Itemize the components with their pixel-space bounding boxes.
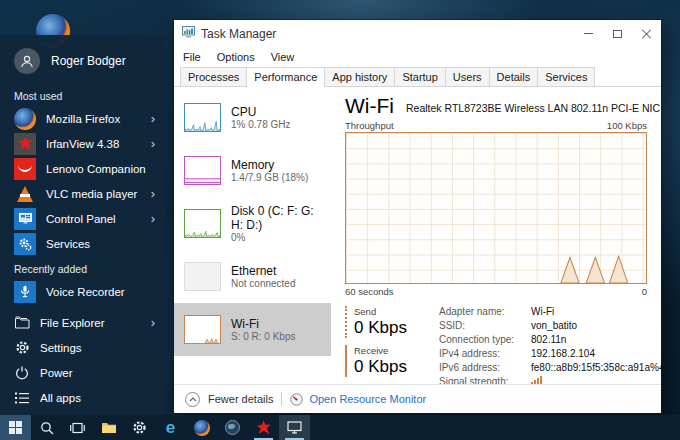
start-item-irfanview[interactable]: IrfanView 4.38 › bbox=[0, 131, 165, 156]
title-bar[interactable]: Task Manager bbox=[174, 20, 661, 47]
tab-performance[interactable]: Performance bbox=[246, 67, 325, 87]
tab-services[interactable]: Services bbox=[537, 67, 595, 86]
receive-stat: Receive 0 Kbps bbox=[345, 345, 423, 377]
irfanview-icon bbox=[257, 421, 271, 435]
throughput-chart[interactable] bbox=[345, 132, 647, 284]
property-label: Adapter name: bbox=[439, 306, 523, 317]
user-name: Roger Bodger bbox=[51, 54, 126, 68]
menu-view[interactable]: View bbox=[271, 51, 295, 63]
folder-icon bbox=[101, 421, 117, 434]
resource-item-wifi[interactable]: Wi-Fi S: 0 R: 0 Kbps bbox=[174, 303, 331, 356]
chevron-right-icon[interactable]: › bbox=[151, 212, 155, 225]
start-menu-bottom: File Explorer › Settings Power All apps bbox=[0, 310, 165, 415]
taskbar-task-manager-button[interactable] bbox=[279, 415, 310, 440]
fewer-details-button[interactable]: Fewer details bbox=[208, 393, 273, 405]
start-item-power[interactable]: Power bbox=[0, 360, 165, 385]
chevron-right-icon[interactable]: › bbox=[151, 112, 155, 125]
property-label: IPv6 address: bbox=[439, 362, 523, 373]
power-icon bbox=[14, 365, 30, 381]
taskbar-irfanview-button[interactable] bbox=[248, 415, 279, 440]
throughput-label: Throughput bbox=[345, 120, 394, 131]
resource-detail: 1% 0.78 GHz bbox=[231, 119, 290, 131]
start-button[interactable] bbox=[0, 415, 31, 440]
close-button[interactable] bbox=[632, 20, 661, 47]
chevron-right-icon[interactable]: › bbox=[151, 187, 155, 200]
taskbar-edge-button[interactable]: e bbox=[155, 415, 186, 440]
resource-item-memory[interactable]: Memory 1.4/7.9 GB (18%) bbox=[174, 144, 331, 197]
start-item-services[interactable]: Services bbox=[0, 231, 165, 256]
menu-file[interactable]: File bbox=[183, 51, 201, 63]
start-item-control-panel[interactable]: Control Panel › bbox=[0, 206, 165, 231]
minimize-button[interactable] bbox=[574, 20, 603, 47]
resource-item-cpu[interactable]: CPU 1% 0.78 GHz bbox=[174, 91, 331, 144]
taskbar-search-button[interactable] bbox=[31, 415, 62, 440]
resource-detail: 0% bbox=[231, 232, 327, 244]
gear-icon bbox=[132, 420, 147, 435]
close-icon bbox=[642, 29, 652, 39]
user-avatar-icon bbox=[14, 48, 40, 74]
detail-title: Wi-Fi bbox=[345, 94, 394, 117]
start-item-settings[interactable]: Settings bbox=[0, 335, 165, 360]
property-value: Wi-Fi bbox=[531, 306, 664, 317]
chevron-right-icon[interactable]: › bbox=[151, 316, 155, 329]
irfanview-icon bbox=[14, 133, 36, 155]
lenovo-companion-icon bbox=[14, 158, 36, 180]
start-item-vlc[interactable]: VLC media player › bbox=[0, 181, 165, 206]
x-right-label: 0 bbox=[642, 286, 647, 297]
tab-details[interactable]: Details bbox=[489, 67, 539, 86]
resource-item-disk[interactable]: Disk 0 (C: F: G: H: D:) 0% bbox=[174, 197, 331, 250]
tab-processes[interactable]: Processes bbox=[180, 67, 247, 86]
receive-label: Receive bbox=[354, 345, 423, 356]
property-label: Connection type: bbox=[439, 334, 523, 345]
property-label: IPv4 address: bbox=[439, 348, 523, 359]
taskbar-file-explorer-button[interactable] bbox=[93, 415, 124, 440]
control-panel-icon bbox=[14, 208, 36, 230]
task-view-button[interactable] bbox=[62, 415, 93, 440]
tab-startup[interactable]: Startup bbox=[394, 67, 445, 86]
task-view-icon bbox=[70, 422, 85, 434]
start-item-lenovo-companion[interactable]: Lenovo Companion bbox=[0, 156, 165, 181]
chevron-right-icon[interactable]: › bbox=[151, 137, 155, 150]
chevron-up-icon bbox=[185, 392, 200, 407]
start-menu: Roger Bodger Most used Mozilla Firefox ›… bbox=[0, 35, 165, 415]
wifi-detail-pane: Wi-Fi Realtek RTL8723BE Wireless LAN 802… bbox=[331, 87, 661, 384]
memory-mini-graph bbox=[184, 156, 221, 185]
taskbar-globe-button[interactable] bbox=[217, 415, 248, 440]
user-account-button[interactable]: Roger Bodger bbox=[0, 35, 165, 83]
task-manager-app-icon bbox=[182, 26, 195, 41]
send-value: 0 Kbps bbox=[354, 318, 423, 338]
services-icon bbox=[14, 233, 36, 255]
cpu-mini-graph bbox=[184, 103, 221, 132]
taskbar: e bbox=[0, 415, 680, 440]
resource-name: Ethernet bbox=[231, 264, 296, 278]
resource-detail: S: 0 R: 0 Kbps bbox=[231, 331, 295, 343]
resource-detail: Not connected bbox=[231, 278, 296, 290]
search-icon bbox=[40, 421, 54, 435]
maximize-icon bbox=[613, 30, 622, 38]
firefox-icon bbox=[194, 420, 210, 436]
start-item-all-apps[interactable]: All apps bbox=[0, 385, 165, 410]
resource-item-ethernet[interactable]: Ethernet Not connected bbox=[174, 250, 331, 303]
property-label: SSID: bbox=[439, 320, 523, 331]
taskbar-settings-button[interactable] bbox=[124, 415, 155, 440]
wifi-mini-graph bbox=[184, 315, 221, 344]
task-manager-window: Task Manager File Options View Processes… bbox=[174, 20, 661, 413]
resource-name: Wi-Fi bbox=[231, 317, 295, 331]
receive-value: 0 Kbps bbox=[354, 357, 423, 377]
start-item-file-explorer[interactable]: File Explorer › bbox=[0, 310, 165, 335]
taskbar-firefox-button[interactable] bbox=[186, 415, 217, 440]
desktop: Task Manager File Options View Processes… bbox=[0, 0, 680, 440]
tab-app-history[interactable]: App history bbox=[324, 67, 395, 86]
maximize-button[interactable] bbox=[603, 20, 632, 47]
x-left-label: 60 seconds bbox=[345, 286, 394, 297]
send-label: Send bbox=[354, 306, 423, 317]
start-item-mozilla-firefox[interactable]: Mozilla Firefox › bbox=[0, 106, 165, 131]
throughput-spikes bbox=[346, 133, 646, 283]
tab-users[interactable]: Users bbox=[445, 67, 490, 86]
all-apps-icon bbox=[14, 390, 30, 406]
open-resource-monitor-link[interactable]: Open Resource Monitor bbox=[290, 393, 426, 406]
menu-options[interactable]: Options bbox=[217, 51, 255, 63]
footer-divider bbox=[281, 392, 282, 406]
start-item-voice-recorder[interactable]: Voice Recorder bbox=[0, 279, 165, 304]
send-stat: Send 0 Kbps bbox=[345, 306, 423, 338]
